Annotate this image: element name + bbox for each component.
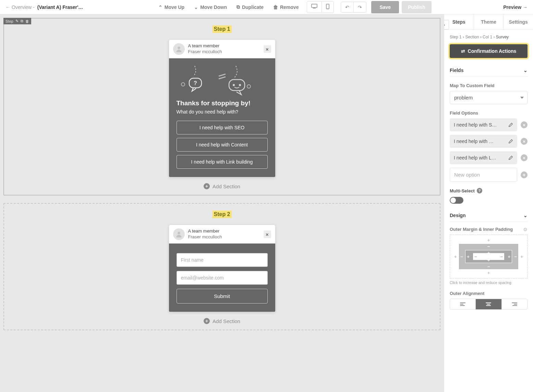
publish-button[interactable]: Publish: [402, 1, 432, 13]
svg-rect-0: [312, 4, 317, 8]
avatar: [173, 228, 185, 240]
align-right-button[interactable]: [501, 299, 527, 309]
step-frame-1[interactable]: Step ✎ ⧉ 🗑 Step 1 A team member Fraser m…: [3, 18, 440, 195]
device-toggle: [307, 1, 334, 13]
back-link[interactable]: ← Overview -: [5, 4, 35, 10]
align-left-button[interactable]: [450, 299, 475, 309]
plus-icon: +: [204, 318, 210, 324]
field-option-1[interactable]: I need help with S…: [450, 118, 517, 131]
map-field-label: Map To Custom Field: [450, 83, 528, 88]
close-icon[interactable]: ×: [264, 45, 271, 53]
pencil-icon[interactable]: ✎: [15, 19, 19, 23]
survey-option-linkbuilding[interactable]: I need help with Link building: [177, 155, 268, 169]
panel-tabs: Steps Theme Settings: [444, 14, 533, 30]
svg-point-4: [178, 47, 180, 49]
chat-illustration: ?: [177, 65, 268, 96]
svg-line-8: [219, 77, 226, 79]
page-title: (Variant A) Fraser'…: [37, 4, 83, 10]
hero-subtitle: What do you need help with?: [177, 109, 268, 115]
editor-canvas: Step ✎ ⧉ 🗑 Step 1 A team member Fraser m…: [0, 14, 444, 392]
plus-icon: +: [204, 183, 210, 189]
survey-popup-1: A team member Fraser mcculloch ×: [169, 40, 275, 177]
shuffle-icon: ⇄: [461, 48, 465, 54]
mobile-icon[interactable]: [322, 1, 334, 13]
help-icon[interactable]: ?: [477, 188, 482, 193]
field-option-row: I need help with … ×: [450, 135, 528, 148]
field-option-row: I need help with S… ×: [450, 118, 528, 131]
email-input[interactable]: [177, 271, 268, 285]
delete-option-icon[interactable]: ×: [521, 121, 528, 128]
remove-button[interactable]: 🗑 Remove: [270, 2, 302, 12]
svg-point-5: [181, 83, 185, 86]
preview-link[interactable]: Preview →: [503, 4, 528, 10]
step-1-title: Step 1: [212, 25, 231, 33]
duplicate-button[interactable]: ⧉ Duplicate: [233, 2, 267, 12]
properties-panel: › Steps Theme Settings Step 1 › Section …: [444, 14, 533, 392]
desktop-icon[interactable]: [307, 1, 322, 13]
survey-option-seo[interactable]: I need help with SEO: [177, 121, 268, 134]
new-option-input[interactable]: New option: [450, 168, 517, 182]
member-label: A team member: [188, 228, 260, 234]
chevron-down-icon: ⌄: [523, 68, 528, 73]
delete-option-icon[interactable]: ×: [521, 138, 528, 145]
gear-icon[interactable]: ⚙: [523, 227, 528, 232]
multi-select-toggle[interactable]: [450, 197, 463, 204]
tab-theme[interactable]: Theme: [474, 14, 504, 29]
delete-option-icon[interactable]: ×: [521, 154, 528, 161]
crumb-survey: Survey: [496, 35, 509, 39]
field-options-label: Field Options: [450, 110, 528, 116]
multi-select-label: Multi-Select: [450, 188, 475, 193]
spacing-control[interactable]: + + + + − − − − + + + +: [450, 235, 528, 278]
svg-point-6: [247, 85, 251, 88]
spacing-label: Outer Margin & Inner Padding: [450, 227, 528, 232]
pencil-icon[interactable]: [508, 155, 513, 160]
align-center-icon: [486, 302, 491, 306]
hero-title: Thanks for stopping by!: [177, 99, 268, 107]
close-icon[interactable]: ×: [264, 230, 271, 238]
pencil-icon[interactable]: [508, 139, 513, 144]
undo-icon[interactable]: ↶: [341, 2, 353, 12]
svg-point-14: [178, 232, 180, 234]
add-option-icon[interactable]: +: [521, 171, 528, 178]
fields-section-header[interactable]: Fields ⌄: [450, 64, 528, 77]
save-button[interactable]: Save: [371, 1, 399, 13]
step-label: Step: [5, 19, 13, 23]
panel-collapse-icon[interactable]: ›: [444, 20, 449, 29]
field-option-2[interactable]: I need help with …: [450, 135, 517, 148]
pencil-icon[interactable]: [508, 122, 513, 127]
add-section-1[interactable]: + Add Section: [8, 183, 436, 189]
copy-icon: ⧉: [237, 4, 240, 10]
survey-option-content[interactable]: I need help with Content: [177, 138, 268, 152]
chevron-up-icon: ⌃: [158, 4, 162, 10]
alignment-label: Outer Alignment: [450, 291, 528, 296]
survey-popup-2: A team member Fraser mcculloch × Submit: [169, 225, 275, 312]
map-field-select[interactable]: problem: [450, 91, 528, 104]
design-section-header[interactable]: Design ⌄: [450, 209, 528, 222]
svg-rect-1: [313, 8, 316, 9]
breadcrumb: Step 1 › Section › Col 1 › Survey: [450, 35, 528, 39]
author-name: Fraser mcculloch: [188, 49, 260, 55]
copy-icon[interactable]: ⧉: [21, 19, 23, 23]
chevron-down-icon: ⌄: [194, 4, 198, 10]
svg-line-7: [219, 74, 226, 76]
first-name-input[interactable]: [177, 253, 268, 267]
chevron-down-icon: ⌄: [523, 213, 528, 218]
redo-icon[interactable]: ↷: [353, 2, 366, 12]
submit-button[interactable]: Submit: [177, 289, 268, 304]
confirmation-actions-button[interactable]: ⇄ Confirmation Actions: [450, 44, 528, 58]
crumb-section[interactable]: Section: [465, 35, 479, 39]
move-down-button[interactable]: ⌄ Move Down: [191, 2, 230, 12]
crumb-col[interactable]: Col 1: [483, 35, 492, 39]
add-section-2[interactable]: + Add Section: [8, 318, 436, 324]
tab-settings[interactable]: Settings: [504, 14, 533, 29]
spacing-hint: Click to increase and reduce spacing: [450, 281, 528, 285]
trash-icon: 🗑: [273, 4, 278, 10]
move-up-button[interactable]: ⌃ Move Up: [155, 2, 188, 12]
step-mini-toolbar: Step ✎ ⧉ 🗑: [3, 18, 31, 24]
align-center-button[interactable]: [475, 299, 501, 309]
trash-icon[interactable]: 🗑: [25, 19, 29, 23]
crumb-step[interactable]: Step 1: [450, 35, 462, 39]
field-option-3[interactable]: I need help with L…: [450, 151, 517, 164]
align-right-icon: [512, 302, 517, 306]
step-frame-2[interactable]: Step 2 A team member Fraser mcculloch × …: [3, 203, 440, 330]
